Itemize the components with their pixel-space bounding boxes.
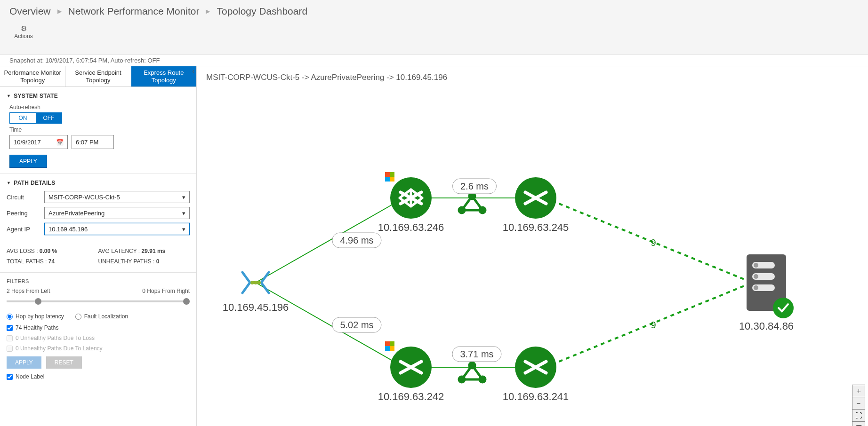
node-label: 10.169.63.245 xyxy=(503,221,569,234)
chevron-down-icon: ▾ xyxy=(182,210,185,217)
toggle-off[interactable]: OFF xyxy=(36,113,62,123)
agentip-label: Agent IP xyxy=(7,226,44,233)
circuit-label: Circuit xyxy=(7,194,44,201)
hops-slider[interactable] xyxy=(7,296,190,307)
topology-canvas[interactable]: MSIT-CORP-WCUS-Ckt-5 -> AzurePrivatePeer… xyxy=(197,66,868,426)
filters-section: FILTERS 2 Hops From Left 0 Hops From Rig… xyxy=(0,273,196,389)
chevron-down-icon: ▾ xyxy=(182,226,185,233)
radio-fault-localization[interactable]: Fault Localization xyxy=(75,313,128,320)
topology-tabs: Performance Monitor Topology Service End… xyxy=(0,66,196,87)
peering-select[interactable]: AzurePrivatePeering▾ xyxy=(44,207,190,219)
list-view-button[interactable]: ☰ xyxy=(852,422,865,426)
sliders-icon: ⚙ xyxy=(21,24,27,33)
chk-unhealthy-loss[interactable]: 0 Unhealthy Paths Due To Loss xyxy=(7,335,190,341)
auto-refresh-label: Auto-refresh xyxy=(9,104,190,110)
fit-screen-button[interactable]: ⛶ xyxy=(852,410,865,422)
microsoft-logo-icon xyxy=(385,172,394,181)
svg-line-5 xyxy=(545,283,752,367)
tab-express-route[interactable]: Express Route Topology xyxy=(131,66,196,87)
avg-loss: AVG LOSS : 0.00 % xyxy=(7,246,98,256)
svg-point-6 xyxy=(250,281,254,284)
actions-label: Actions xyxy=(14,33,32,39)
filters-title: FILTERS xyxy=(7,278,190,284)
edge-latency: 4.96 ms xyxy=(332,233,381,248)
select-value: 10.169.45.196 xyxy=(48,226,88,233)
actions-button[interactable]: ⚙ Actions xyxy=(14,24,33,39)
agentip-select[interactable]: 10.169.45.196▾ xyxy=(44,223,190,235)
topology-title: MSIT-CORP-WCUS-Ckt-5 -> AzurePrivatePeer… xyxy=(197,66,868,89)
node-label: 10.169.63.242 xyxy=(378,391,444,403)
apply-time-button[interactable]: APPLY xyxy=(9,155,47,168)
edge-latency: 5.02 ms xyxy=(332,317,381,333)
svg-line-4 xyxy=(545,198,752,283)
edge-hops: 9 xyxy=(651,237,656,248)
breadcrumb-item[interactable]: Topology Dashboard xyxy=(217,6,307,17)
zoom-out-button[interactable]: − xyxy=(852,397,865,410)
filters-reset-button[interactable]: RESET xyxy=(46,356,82,369)
zoom-in-button[interactable]: ＋ xyxy=(852,385,865,397)
edge-hops: 9 xyxy=(651,320,656,331)
svg-line-1 xyxy=(256,283,404,367)
snapshot-info: Snapshot at: 10/9/2017, 6:07:54 PM, Auto… xyxy=(0,55,868,66)
select-value: MSIT-CORP-WCUS-Ckt-5 xyxy=(48,194,120,201)
total-paths: TOTAL PATHS : 74 xyxy=(7,256,98,267)
unhealthy-paths: UNHEALTHY PATHS : 0 xyxy=(98,256,190,267)
header: Overview ▶ Network Performance Monitor ▶… xyxy=(0,0,868,55)
zoom-toolbar: ＋ − ⛶ ☰ xyxy=(852,385,865,426)
svg-point-13 xyxy=(459,207,465,213)
edge-latency: 3.71 ms xyxy=(452,347,501,362)
chk-healthy-paths[interactable]: 74 Healthy Paths xyxy=(7,324,190,331)
circuit-select[interactable]: MSIT-CORP-WCUS-Ckt-5▾ xyxy=(44,191,190,203)
microsoft-logo-icon xyxy=(385,341,394,351)
edge-latency: 2.6 ms xyxy=(452,179,497,194)
tab-perf-monitor[interactable]: Performance Monitor Topology xyxy=(0,66,65,87)
slider-thumb-left[interactable] xyxy=(35,298,41,305)
svg-point-7 xyxy=(254,281,257,284)
peering-label: Peering xyxy=(7,210,44,217)
hops-right-label: 0 Hops From Right xyxy=(142,288,190,294)
radio-hop-latency[interactable]: Hop by hop latency xyxy=(7,313,64,320)
chk-node-label[interactable]: Node Label xyxy=(7,373,190,380)
node-label: 10.169.63.241 xyxy=(503,391,569,403)
tab-service-endpoint[interactable]: Service Endpoint Topology xyxy=(65,66,131,87)
date-value: 10/9/2017 xyxy=(14,139,41,146)
node-label: 10.169.63.246 xyxy=(378,221,444,234)
system-state-section: SYSTEM STATE Auto-refresh ON OFF Time 10… xyxy=(0,87,196,174)
section-title[interactable]: SYSTEM STATE xyxy=(7,93,190,99)
chevron-down-icon: ▾ xyxy=(182,194,185,201)
toggle-on[interactable]: ON xyxy=(10,113,36,123)
chk-unhealthy-latency[interactable]: 0 Unhealthy Paths Due To Latency xyxy=(7,345,190,352)
breadcrumb: Overview ▶ Network Performance Monitor ▶… xyxy=(0,0,868,23)
section-title[interactable]: PATH DETAILS xyxy=(7,180,190,186)
svg-line-0 xyxy=(256,198,404,283)
chevron-right-icon: ▶ xyxy=(206,8,210,15)
svg-point-23 xyxy=(754,274,758,279)
calendar-icon: 📅 xyxy=(56,139,64,146)
node-label-dest: 10.30.84.86 xyxy=(739,320,794,332)
select-value: AzurePrivatePeering xyxy=(48,210,104,217)
svg-point-16 xyxy=(459,377,465,382)
date-input[interactable]: 10/9/2017 📅 xyxy=(9,135,68,149)
path-details-section: PATH DETAILS Circuit MSIT-CORP-WCUS-Ckt-… xyxy=(0,174,196,273)
time-label: Time xyxy=(9,126,190,133)
auto-refresh-toggle[interactable]: ON OFF xyxy=(9,112,62,124)
svg-point-26 xyxy=(773,298,794,318)
svg-point-21 xyxy=(754,263,758,268)
svg-point-17 xyxy=(480,377,485,382)
collapse-sidebar[interactable]: ‹ xyxy=(190,66,196,76)
svg-point-15 xyxy=(469,193,475,199)
slider-thumb-right[interactable] xyxy=(183,298,190,305)
svg-point-8 xyxy=(257,281,261,284)
svg-point-25 xyxy=(754,285,758,290)
hops-left-label: 2 Hops From Left xyxy=(7,288,50,294)
svg-point-18 xyxy=(469,363,475,368)
sidebar: ‹ Performance Monitor Topology Service E… xyxy=(0,66,197,426)
svg-point-14 xyxy=(480,207,485,213)
breadcrumb-item[interactable]: Network Performance Monitor xyxy=(68,6,200,17)
filters-apply-button[interactable]: APPLY xyxy=(7,356,41,369)
breadcrumb-item[interactable]: Overview xyxy=(9,6,51,17)
node-label-source: 10.169.45.196 xyxy=(223,301,289,314)
chevron-right-icon: ▶ xyxy=(57,8,62,15)
avg-latency: AVG LATENCY : 29.91 ms xyxy=(98,246,190,256)
time-input[interactable]: 6:07 PM xyxy=(72,135,114,149)
